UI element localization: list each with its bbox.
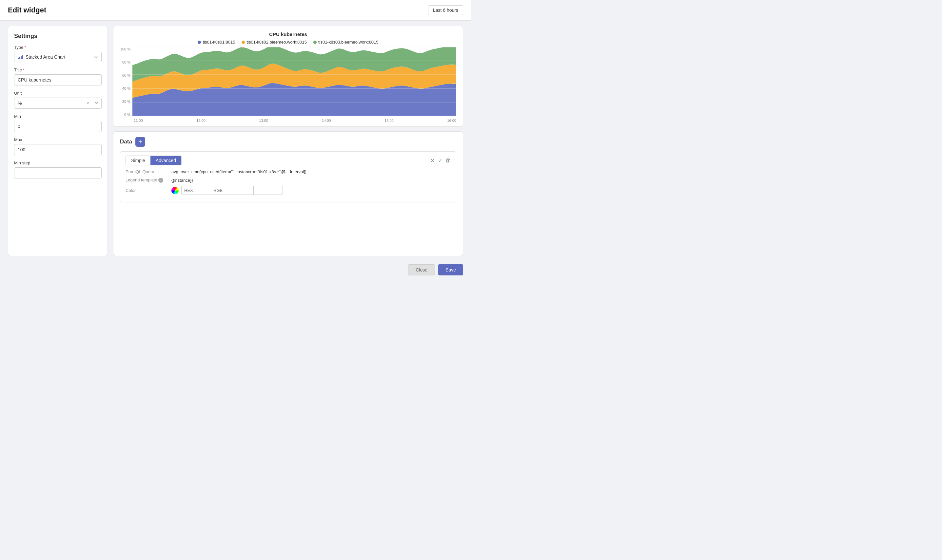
unit-field-group: Unit % × [14,91,102,109]
type-label: Type * [14,45,102,50]
min-step-label: Min step [14,160,102,165]
footer: Close Save [400,260,471,280]
unit-chevron-icon[interactable] [92,100,101,106]
min-input[interactable] [14,121,102,132]
data-item-card: SimpleAdvanced ✕ ✓ 🗑 PromQL Query avg_ov… [120,151,456,202]
x-label: 12:00 [196,118,205,123]
legend-label-text: tls01-k8s02.bleemeo.work:8015 [247,40,307,45]
x-label: 15:00 [384,118,394,123]
legend-label-text: tls01-k8s03.bleemeo.work:8015 [318,40,379,45]
cancel-icon[interactable]: ✕ [430,157,435,164]
svg-rect-0 [18,58,19,59]
chart-legend: tls01-k8s01:8015tls01-k8s02.bleemeo.work… [120,40,456,45]
legend-item: tls01-k8s03.bleemeo.work:8015 [313,40,379,45]
tab-group: SimpleAdvanced [125,155,182,165]
chart-title: CPU kubernetes [120,31,456,37]
legend-label-text: tls01-k8s01:8015 [203,40,235,45]
data-panel: Data + SimpleAdvanced ✕ ✓ 🗑 PromQL Query [113,131,463,256]
legend-value: {{instance}} [171,178,451,183]
title-field-group: Title * [14,68,102,86]
delete-icon[interactable]: 🗑 [446,157,451,163]
svg-rect-1 [19,57,20,59]
svg-rect-3 [22,55,23,59]
legend-dot [313,41,317,44]
legend-info-icon[interactable]: i [158,178,163,183]
y-label: 20 % [120,100,131,103]
chart-panel: CPU kubernetes tls01-k8s01:8015tls01-k8s… [113,26,463,127]
save-button[interactable]: Save [438,264,463,275]
max-input[interactable] [14,144,102,155]
promql-value: avg_over_time(cpu_used{item="", instance… [171,169,451,174]
max-field-group: Max [14,137,102,155]
unit-clear-icon[interactable]: × [84,100,92,106]
x-axis-labels: 11:0012:0013:0014:0015:0016:00 [120,118,456,123]
title-required: * [23,68,25,72]
x-label: 14:00 [322,118,331,123]
chart-wrapper: 100 %80 %60 %40 %20 %0 % [120,47,456,117]
data-header: Data + [120,137,456,147]
chart-type-icon [18,54,23,60]
y-label: 80 % [120,60,131,64]
legend-item: tls01-k8s02.bleemeo.work:8015 [242,40,307,45]
legend-row: Legend template i {{instance}} [125,177,451,183]
add-data-button[interactable]: + [136,137,145,147]
color-swatch[interactable] [171,187,179,194]
type-value: Stacked Area Chart [26,54,65,60]
data-item-actions: ✕ ✓ 🗑 [430,157,451,164]
min-label: Min [14,114,102,119]
data-item-header: SimpleAdvanced ✕ ✓ 🗑 [125,155,451,165]
time-range-button[interactable]: Last 6 hours [428,5,463,15]
y-label: 60 % [120,73,131,77]
tab-simple[interactable]: Simple [126,156,150,165]
x-label: 13:00 [259,118,268,123]
promql-row: PromQL Query avg_over_time(cpu_used{item… [125,169,451,174]
min-step-input[interactable] [14,167,102,178]
page-title: Edit widget [8,6,46,14]
type-required: * [24,45,26,50]
color-inputs [171,186,283,195]
y-label: 0 % [120,113,131,117]
chart-and-data: CPU kubernetes tls01-k8s01:8015tls01-k8s… [113,26,463,256]
color-label: Color [125,188,171,193]
hex-input[interactable] [181,186,211,195]
legend-dot [242,41,245,44]
svg-rect-2 [21,56,22,59]
min-step-field-group: Min step [14,160,102,178]
legend-dot [197,41,201,44]
type-chevron-icon [94,55,98,59]
min-field-group: Min [14,114,102,132]
type-select[interactable]: Stacked Area Chart [14,52,102,62]
close-button[interactable]: Close [408,264,435,275]
y-axis-labels: 100 %80 %60 %40 %20 %0 % [120,47,133,117]
rgb-input[interactable] [211,186,253,195]
tab-advanced[interactable]: Advanced [150,156,181,165]
data-section-title: Data [120,138,132,145]
settings-title: Settings [14,33,102,40]
y-label: 100 % [120,47,131,51]
x-label: 16:00 [447,118,456,123]
x-label: 11:00 [134,118,143,123]
type-field-group: Type * Stacked Area Chart [14,45,102,62]
unit-label: Unit [14,91,102,95]
chart-svg [133,47,456,116]
y-label: 40 % [120,86,131,91]
chart-svg-area [133,47,456,117]
title-input[interactable] [14,74,102,86]
legend-label: Legend template i [125,177,171,183]
promql-label: PromQL Query [125,169,171,174]
max-label: Max [14,137,102,142]
unit-value: % [14,98,84,108]
confirm-icon[interactable]: ✓ [438,157,442,164]
legend-item: tls01-k8s01:8015 [197,40,235,45]
color-row: Color [125,186,451,195]
settings-panel: Settings Type * Stacked Area Chart [8,26,108,256]
unit-select[interactable]: % × [14,98,102,109]
alpha-input[interactable] [253,186,283,195]
title-label: Title * [14,68,102,72]
